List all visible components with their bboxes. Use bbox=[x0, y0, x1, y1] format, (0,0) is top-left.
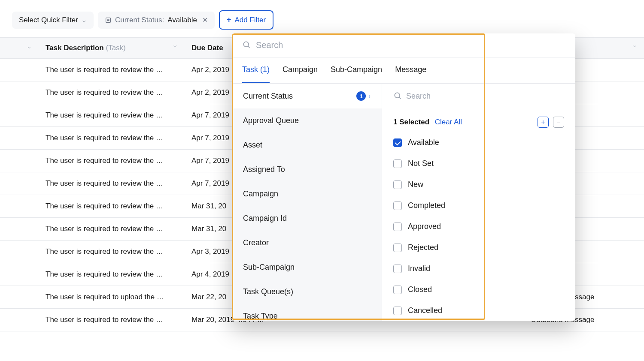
status-chip-label: Current Status: bbox=[115, 16, 164, 24]
value-item-completed[interactable]: Completed bbox=[382, 195, 575, 216]
field-label: Sub-Campaign bbox=[243, 263, 295, 272]
field-label: Creator bbox=[243, 238, 269, 247]
value-item-rejected[interactable]: Rejected bbox=[382, 237, 575, 258]
close-icon[interactable]: ✕ bbox=[202, 16, 208, 24]
value-item-new[interactable]: New bbox=[382, 174, 575, 195]
field-item-asset[interactable]: Asset bbox=[232, 133, 382, 157]
cell-description: The user is required to review the … bbox=[39, 150, 185, 172]
remove-value-button[interactable]: − bbox=[553, 117, 564, 128]
tab-campaign[interactable]: Campaign bbox=[283, 57, 318, 83]
value-label: Not Set bbox=[408, 159, 434, 168]
svg-line-6 bbox=[399, 97, 401, 99]
clear-all-button[interactable]: Clear All bbox=[435, 118, 462, 126]
value-item-closed[interactable]: Closed bbox=[382, 279, 575, 300]
value-item-approved[interactable]: Approved bbox=[382, 216, 575, 237]
value-header: 1 Selected Clear All + − bbox=[382, 109, 575, 132]
row-select-cell[interactable] bbox=[0, 172, 39, 195]
cell-description: The user is required to review the … bbox=[39, 59, 185, 81]
tab-message[interactable]: Message bbox=[395, 57, 426, 83]
tab-task-1-[interactable]: Task (1) bbox=[242, 57, 270, 83]
value-label: Completed bbox=[408, 201, 445, 210]
cell-description: The user is required to upload the … bbox=[39, 286, 185, 309]
field-item-assigned-to[interactable]: Assigned To bbox=[232, 157, 382, 182]
row-select-cell[interactable] bbox=[0, 309, 39, 331]
checkbox[interactable] bbox=[393, 286, 402, 294]
tab-sub-campaign[interactable]: Sub-Campaign bbox=[331, 57, 382, 83]
column-header-description[interactable]: Task Description (Task) bbox=[39, 38, 185, 59]
field-item-task-type[interactable]: Task Type bbox=[232, 304, 382, 321]
field-item-task-queue-s-[interactable]: Task Queue(s) bbox=[232, 280, 382, 304]
value-list: AvailableNot SetNewCompletedApprovedReje… bbox=[382, 132, 575, 321]
add-value-button[interactable]: + bbox=[538, 117, 549, 128]
row-select-cell[interactable] bbox=[0, 150, 39, 172]
field-label: Campaign bbox=[243, 190, 278, 199]
field-item-campaign-id[interactable]: Campaign Id bbox=[232, 206, 382, 231]
checkbox[interactable] bbox=[393, 244, 402, 252]
field-item-sub-campaign[interactable]: Sub-Campaign bbox=[232, 255, 382, 280]
field-label: Task Type bbox=[243, 312, 278, 321]
checkbox[interactable] bbox=[393, 202, 402, 210]
checkbox[interactable] bbox=[393, 159, 402, 168]
value-label: Rejected bbox=[408, 243, 438, 252]
field-item-approval-queue[interactable]: Approval Queue bbox=[232, 108, 382, 133]
cell-description: The user is required to review the … bbox=[39, 218, 185, 241]
add-filter-button[interactable]: + Add Filter bbox=[219, 10, 273, 30]
checkbox[interactable] bbox=[393, 223, 402, 231]
checkbox[interactable] bbox=[393, 138, 402, 147]
checkbox[interactable] bbox=[393, 265, 402, 273]
popover-search-row bbox=[232, 33, 575, 57]
value-label: Approved bbox=[408, 222, 441, 231]
field-list: Current Status1›Approval QueueAssetAssig… bbox=[232, 84, 382, 321]
value-label: Invalid bbox=[408, 264, 430, 273]
quick-filter-select[interactable]: Select Quick Filter bbox=[12, 12, 94, 29]
status-filter-chip[interactable]: Current Status: Available ✕ bbox=[98, 12, 215, 29]
chevron-down-icon bbox=[173, 44, 178, 50]
cell-description: The user is required to review the … bbox=[39, 104, 185, 127]
value-label: New bbox=[408, 180, 423, 189]
svg-line-4 bbox=[248, 46, 250, 48]
chevron-down-icon bbox=[82, 18, 87, 23]
cell-description: The user is required to review the … bbox=[39, 81, 185, 104]
field-label: Task Queue(s) bbox=[243, 287, 293, 296]
value-label: Cancelled bbox=[408, 306, 442, 315]
row-select-cell[interactable] bbox=[0, 195, 39, 218]
field-item-current-status[interactable]: Current Status1› bbox=[232, 84, 382, 108]
plus-icon: + bbox=[227, 15, 231, 24]
row-select-cell[interactable] bbox=[0, 286, 39, 309]
selected-count: 1 Selected bbox=[393, 118, 429, 126]
field-item-campaign[interactable]: Campaign bbox=[232, 182, 382, 206]
search-icon bbox=[242, 40, 251, 50]
row-select-cell[interactable] bbox=[0, 104, 39, 127]
checkbox[interactable] bbox=[393, 180, 402, 189]
value-item-cancelled[interactable]: Cancelled bbox=[382, 300, 575, 321]
value-panel: 1 Selected Clear All + − AvailableNot Se… bbox=[382, 84, 575, 321]
row-select-cell[interactable] bbox=[0, 263, 39, 286]
svg-point-3 bbox=[243, 42, 249, 47]
row-select-cell[interactable] bbox=[0, 59, 39, 81]
field-label: Asset bbox=[243, 141, 262, 150]
field-item-creator[interactable]: Creator bbox=[232, 231, 382, 255]
value-label: Closed bbox=[408, 285, 432, 294]
popover-search-input[interactable] bbox=[256, 40, 565, 50]
add-filter-label: Add Filter bbox=[234, 16, 266, 24]
svg-point-5 bbox=[395, 93, 400, 98]
row-select-cell[interactable] bbox=[0, 241, 39, 263]
value-item-invalid[interactable]: Invalid bbox=[382, 258, 575, 279]
field-label: Approval Queue bbox=[243, 116, 299, 125]
value-item-not-set[interactable]: Not Set bbox=[382, 153, 575, 174]
chevron-down-icon bbox=[27, 45, 32, 51]
field-label: Campaign Id bbox=[243, 214, 287, 223]
checkbox[interactable] bbox=[393, 307, 402, 315]
value-search-input[interactable] bbox=[406, 92, 564, 101]
row-select-cell[interactable] bbox=[0, 127, 39, 150]
popover-body: Current Status1›Approval QueueAssetAssig… bbox=[232, 84, 575, 321]
row-select-cell[interactable] bbox=[0, 81, 39, 104]
popover-tabs: Task (1)CampaignSub-CampaignMessage bbox=[232, 57, 575, 84]
column-header-select[interactable] bbox=[0, 38, 39, 59]
cell-description: The user is required to review the … bbox=[39, 127, 185, 150]
chevron-right-icon: › bbox=[368, 93, 371, 99]
row-select-cell[interactable] bbox=[0, 218, 39, 241]
filter-chip-icon bbox=[105, 17, 112, 24]
cell-description: The user is required to review the … bbox=[39, 263, 185, 286]
value-item-available[interactable]: Available bbox=[382, 132, 575, 153]
